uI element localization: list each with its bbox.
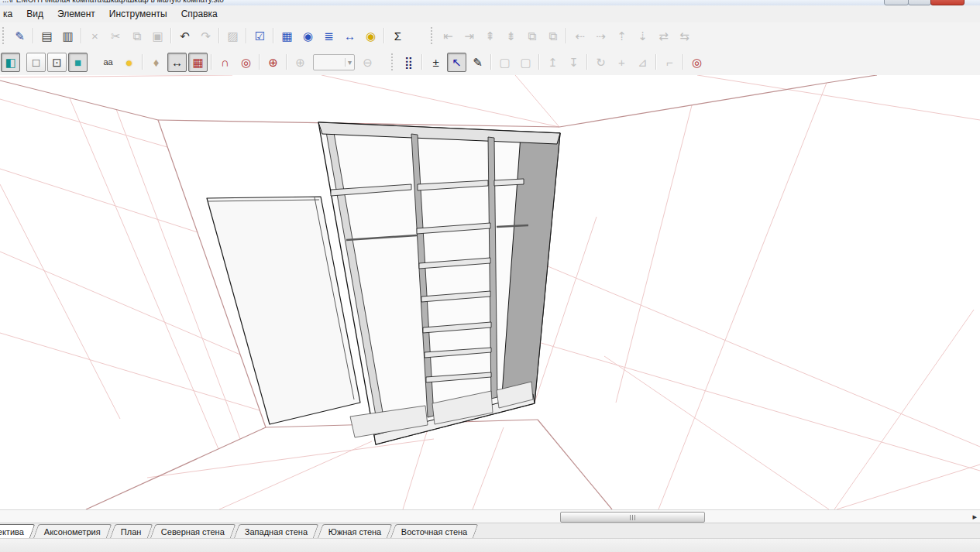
tab-label: Южная стена bbox=[328, 527, 380, 537]
properties-button[interactable]: ▨ bbox=[223, 26, 242, 46]
price-list-button[interactable]: ◉ bbox=[361, 26, 380, 46]
red-grid-icon: ▦ bbox=[192, 57, 203, 68]
anchor-horizontal-button[interactable]: ↧ bbox=[564, 53, 583, 72]
anchor-vertical-button[interactable]: ↥ bbox=[543, 53, 562, 72]
align-right-button[interactable]: ⇥ bbox=[459, 26, 479, 46]
corner-shape-icon: ⌐ bbox=[666, 57, 673, 68]
tab-южная-стена[interactable]: Южная стена bbox=[317, 524, 392, 539]
font-aa-icon: aa bbox=[103, 58, 112, 67]
select-rect-button[interactable]: ▢ bbox=[495, 53, 514, 72]
nudge-up-button[interactable]: ⇡ bbox=[612, 26, 631, 46]
align-left-button[interactable]: ⇤ bbox=[438, 26, 458, 46]
red-crosshair-icon: ⊕ bbox=[268, 57, 278, 68]
tab-северная-стена[interactable]: Северная стена bbox=[150, 524, 236, 539]
toolbar-separator bbox=[142, 54, 143, 70]
dimensions-button[interactable]: ↔ bbox=[340, 26, 359, 46]
menu-item-2[interactable]: Элемент bbox=[50, 6, 102, 22]
tab-аксонометрия[interactable]: Аксонометрия bbox=[33, 524, 112, 539]
send-backward-button[interactable]: ⧉ bbox=[543, 26, 562, 46]
zoom-in-button[interactable]: ⊕ bbox=[291, 53, 310, 72]
show-dimensions-button[interactable]: ↔ bbox=[167, 53, 187, 72]
text-labels-button[interactable]: aa bbox=[98, 53, 118, 72]
toolbar-grip[interactable] bbox=[431, 27, 435, 44]
cut-button[interactable]: ✂ bbox=[106, 26, 126, 46]
tab-план[interactable]: План bbox=[109, 524, 152, 539]
copy-button[interactable]: ⧉ bbox=[127, 26, 146, 46]
measure-arrows-icon: ↔ bbox=[171, 57, 183, 68]
nudge-down-button[interactable]: ⇣ bbox=[633, 26, 652, 46]
push-back-button[interactable]: ⇆ bbox=[675, 26, 694, 46]
minimize-button[interactable] bbox=[884, 0, 909, 5]
add-remove-button[interactable]: ± bbox=[426, 53, 445, 72]
scrollbar-thumb[interactable] bbox=[560, 512, 705, 523]
nudge-left-button[interactable]: ⇠ bbox=[570, 26, 590, 46]
scissors-icon: ✂ bbox=[111, 30, 121, 42]
snap-node-button[interactable]: ◎ bbox=[236, 53, 256, 72]
align-bottom-button[interactable]: ⇟ bbox=[501, 26, 521, 46]
move-free-button[interactable]: + bbox=[612, 53, 631, 72]
align-top-button[interactable]: ⇞ bbox=[480, 26, 500, 46]
print-preview-button[interactable]: ▥ bbox=[58, 26, 77, 46]
anchor-up-icon: ↥ bbox=[548, 57, 558, 68]
edit-document-button[interactable]: ✎ bbox=[10, 26, 29, 46]
report-table-button[interactable]: ▦ bbox=[277, 26, 297, 46]
zoom-out-icon: ⊖ bbox=[363, 57, 373, 68]
close-button[interactable] bbox=[930, 0, 965, 5]
draw-pen-button[interactable]: ✎ bbox=[468, 53, 487, 72]
select-cursor-button[interactable]: ↖ bbox=[447, 53, 466, 72]
corner-tool-button[interactable]: ⌐ bbox=[660, 53, 679, 72]
toolbar-grip[interactable] bbox=[391, 53, 395, 70]
print-button[interactable]: ▤ bbox=[37, 26, 57, 46]
zoom-out-button[interactable]: ⊖ bbox=[358, 53, 377, 72]
menu-item-1[interactable]: Вид bbox=[19, 6, 50, 22]
rotate-button[interactable]: ↻ bbox=[591, 53, 610, 72]
zoom-level-combobox[interactable]: ▾ bbox=[313, 54, 355, 70]
select-group-button[interactable]: ▢ bbox=[516, 53, 535, 72]
toolbar-separator bbox=[490, 54, 492, 70]
delete-button[interactable]: × bbox=[85, 26, 105, 46]
mirror-button[interactable]: ⊿ bbox=[633, 53, 652, 72]
solid-cube-icon: ■ bbox=[74, 57, 81, 68]
scrollbar-right-arrow-icon[interactable]: ▸ bbox=[972, 512, 977, 522]
tab-восточная-стена[interactable]: Восточная стена bbox=[390, 524, 478, 539]
print-preview-icon: ▥ bbox=[62, 30, 73, 42]
snap-center-button[interactable]: ⊕ bbox=[263, 53, 283, 72]
chevron-down-icon[interactable]: ▾ bbox=[345, 58, 354, 67]
view-perspective-button[interactable]: ◧ bbox=[1, 53, 20, 72]
paste-button[interactable]: ▣ bbox=[148, 26, 167, 46]
undo-button[interactable]: ↶ bbox=[175, 26, 194, 46]
snap-target-button[interactable]: ◎ bbox=[687, 53, 707, 72]
horizontal-scrollbar[interactable]: ▸ bbox=[0, 509, 980, 523]
lighting-button[interactable]: ● bbox=[119, 53, 139, 72]
tab-ектива[interactable]: ектива bbox=[0, 524, 36, 539]
toolbar-separator bbox=[246, 28, 247, 43]
toolbar-grip[interactable] bbox=[2, 27, 6, 44]
window-title: ...\РЕМОНТ\Малая комната\Шкаф\Шкаф в мал… bbox=[2, 0, 224, 4]
nudge-right-button[interactable]: ⇢ bbox=[591, 26, 610, 46]
view-window-button[interactable]: ◉ bbox=[298, 26, 318, 46]
selection-dots-icon: ⣿ bbox=[404, 57, 413, 68]
show-grid-button[interactable]: ▦ bbox=[188, 53, 208, 72]
redo-button[interactable]: ↷ bbox=[196, 26, 215, 46]
menu-item-0[interactable]: ка bbox=[0, 6, 19, 22]
materials-button[interactable]: ♦ bbox=[146, 53, 166, 72]
project-options-button[interactable]: ☑ bbox=[250, 26, 270, 46]
red-target-icon: ◎ bbox=[692, 57, 702, 68]
push-forward-button[interactable]: ⇄ bbox=[654, 26, 673, 46]
view-hidden-line-button[interactable]: ⊡ bbox=[47, 53, 67, 72]
view-shaded-button[interactable]: ■ bbox=[68, 53, 88, 72]
push-back-icon: ⇆ bbox=[679, 30, 689, 42]
select-multiple-button[interactable]: ⣿ bbox=[399, 53, 418, 72]
view-wireframe-button[interactable]: □ bbox=[26, 53, 46, 72]
menu-item-4[interactable]: Справка bbox=[174, 6, 225, 22]
bring-forward-button[interactable]: ⧉ bbox=[522, 26, 542, 46]
3d-viewport[interactable] bbox=[0, 75, 980, 509]
tab-западная-стена[interactable]: Западная стена bbox=[234, 524, 319, 539]
structure-tree-button[interactable]: ≣ bbox=[319, 26, 339, 46]
toolbar-separator bbox=[273, 28, 274, 43]
wire-cube-icon: □ bbox=[33, 57, 40, 68]
sum-report-button[interactable]: Σ bbox=[388, 26, 407, 46]
menu-item-3[interactable]: Инструменты bbox=[102, 6, 174, 22]
maximize-button[interactable] bbox=[908, 0, 931, 5]
snap-arc-button[interactable]: ∩ bbox=[215, 53, 235, 72]
